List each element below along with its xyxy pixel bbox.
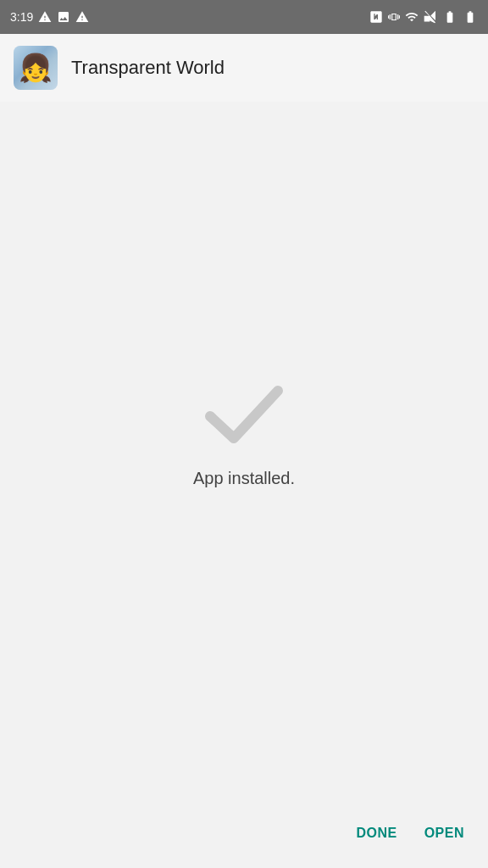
app-bar: Transparent World: [0, 34, 488, 102]
alert-icon-1: [38, 10, 52, 24]
nfc-icon: [369, 10, 383, 24]
battery-low-icon: [442, 10, 458, 24]
image-icon: [57, 10, 70, 24]
checkmark-icon: [202, 381, 286, 448]
done-button[interactable]: DONE: [352, 819, 400, 848]
main-content: App installed. DONE OPEN: [0, 102, 488, 868]
time-display: 3:19: [10, 10, 33, 24]
signal-off-icon: [424, 10, 437, 24]
app-icon: [14, 46, 58, 90]
wifi-icon: [405, 10, 419, 24]
app-icon-image: [14, 46, 58, 90]
status-bar: 3:19: [0, 0, 488, 34]
app-title: Transparent World: [71, 57, 225, 79]
status-bar-left: 3:19: [10, 10, 89, 24]
battery-icon: [463, 10, 478, 24]
installed-status-text: App installed.: [193, 469, 295, 488]
bottom-buttons: DONE OPEN: [352, 819, 468, 848]
vibrate-icon: [388, 10, 400, 24]
checkmark-container: App installed.: [193, 381, 295, 488]
alert-icon-2: [75, 10, 89, 24]
status-bar-right: [369, 10, 478, 24]
open-button[interactable]: OPEN: [421, 819, 468, 848]
